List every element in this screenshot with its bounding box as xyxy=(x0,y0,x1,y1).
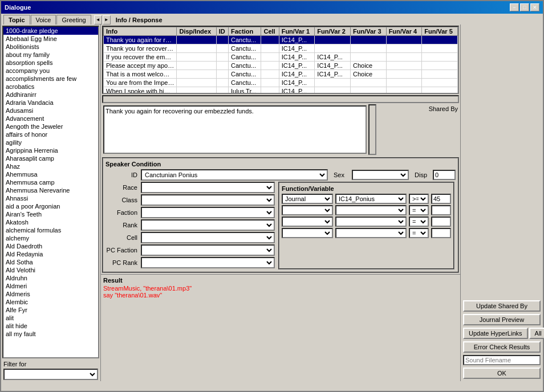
topic-item[interactable]: Ald Redaynia xyxy=(3,250,98,258)
topic-item[interactable]: all my fault xyxy=(3,330,98,338)
topic-list[interactable]: 1000-drake pledgeAbebaal Egg MineAboliti… xyxy=(2,26,99,358)
update-shared-by-button[interactable]: Update Shared By xyxy=(463,300,541,312)
topic-item[interactable]: Ahaz xyxy=(3,162,98,170)
fv-type-select-4[interactable] xyxy=(282,228,333,238)
maximize-button[interactable]: □ xyxy=(520,3,529,11)
topic-item[interactable]: Abolitionists xyxy=(3,43,98,51)
fv-op-select-1[interactable]: >= xyxy=(409,194,429,204)
topic-item[interactable]: Ahemmusa Nerevarine xyxy=(3,186,98,194)
topic-item[interactable]: Alembic xyxy=(3,298,98,306)
close-button[interactable]: ✕ xyxy=(530,3,539,11)
sc-sex-select[interactable] xyxy=(352,170,409,180)
topic-item[interactable]: Ahnassi xyxy=(3,194,98,202)
topic-item[interactable]: Ahemmusa xyxy=(3,170,98,178)
tab-voice[interactable]: Voice xyxy=(31,15,56,24)
topic-item[interactable]: Ahemmusa camp xyxy=(3,178,98,186)
fv-name-select-3[interactable] xyxy=(335,217,407,227)
topic-item[interactable]: Ald Sotha xyxy=(3,258,98,266)
topic-item[interactable]: alit hide xyxy=(3,322,98,330)
minimize-button[interactable]: − xyxy=(510,3,519,11)
topic-item[interactable]: agility xyxy=(3,138,98,146)
all-button[interactable]: All xyxy=(529,328,544,339)
tab-arrow-left[interactable]: ◄ xyxy=(94,15,102,24)
topic-item[interactable]: about my family xyxy=(3,51,98,59)
table-cell xyxy=(315,79,351,87)
table-cell xyxy=(216,62,228,70)
ok-button[interactable]: OK xyxy=(463,368,541,379)
topic-item[interactable]: 1000-drake pledge xyxy=(3,27,98,35)
sound-filename-input[interactable] xyxy=(463,355,541,365)
fv-name-select-4[interactable] xyxy=(335,228,407,238)
table-cell xyxy=(216,70,228,79)
right-buttons-panel: Update Shared By Journal Preview Update … xyxy=(460,24,543,381)
topic-item[interactable]: Ald Daedroth xyxy=(3,242,98,250)
table-cell: IC14_P... xyxy=(315,53,351,62)
topic-item[interactable]: Adusamsi xyxy=(3,107,98,115)
topic-item[interactable]: Advancement xyxy=(3,115,98,122)
sc-pc-rank-select[interactable] xyxy=(141,257,275,268)
sc-cell-select[interactable] xyxy=(141,232,275,243)
topic-item[interactable]: Alfe Fyr xyxy=(3,306,98,314)
topic-item[interactable]: Aldruhn xyxy=(3,274,98,282)
fv-type-select-3[interactable] xyxy=(282,217,333,227)
update-hyperlinks-button[interactable]: Update HyperLinks xyxy=(463,328,528,339)
table-row[interactable]: That is a most welcome offer. Our clerk.… xyxy=(104,70,458,79)
fv-name-select-2[interactable] xyxy=(335,205,407,215)
topic-item[interactable]: Agrippina Herrenia xyxy=(3,146,98,154)
fv-value-input-2[interactable] xyxy=(431,205,451,215)
tab-topic[interactable]: Topic xyxy=(3,15,30,24)
sc-class-select[interactable] xyxy=(141,194,275,206)
topic-item[interactable]: Aldmeris xyxy=(3,290,98,298)
result-line2: say "therana\01.wav" xyxy=(103,292,458,299)
journal-preview-button[interactable]: Journal Preview xyxy=(463,314,541,325)
topic-item[interactable]: accompany you xyxy=(3,67,98,75)
tab-greeting[interactable]: Greeting xyxy=(56,15,91,24)
topic-item[interactable]: Addhiranirr xyxy=(3,91,98,99)
topic-item[interactable]: Aharasaplit camp xyxy=(3,154,98,162)
fv-value-input-1[interactable] xyxy=(431,194,451,204)
sc-id-select[interactable]: Canctunian Ponius xyxy=(141,169,328,181)
fv-name-select-1[interactable]: IC14_Ponius xyxy=(335,194,407,204)
response-vscroll[interactable] xyxy=(368,104,376,155)
topic-item[interactable]: alit xyxy=(3,314,98,322)
topic-item[interactable]: accomplishments are few xyxy=(3,75,98,83)
sc-disp-input[interactable] xyxy=(433,170,456,180)
topic-item[interactable]: Aldmeri xyxy=(3,282,98,290)
sc-faction-select[interactable] xyxy=(141,207,275,218)
fv-value-input-4[interactable] xyxy=(431,228,451,238)
table-row[interactable]: Thank you for recovering our embezzle...… xyxy=(104,44,458,53)
tab-arrow-right[interactable]: ► xyxy=(103,15,111,24)
table-row[interactable]: Thank you again for recovering our em...… xyxy=(104,36,458,44)
fv-op-select-4[interactable]: = xyxy=(409,228,429,238)
fv-op-select-2[interactable]: = xyxy=(409,205,429,215)
table-row[interactable]: If you recover the embezzled funds fro..… xyxy=(104,53,458,62)
topic-item[interactable]: alchemy xyxy=(3,234,98,242)
filter-select[interactable] xyxy=(3,369,98,380)
topic-item[interactable]: acrobatics xyxy=(3,83,98,91)
center-panel: InfoDisp/IndexIDFactionCellFun/Var 1Fun/… xyxy=(101,24,460,381)
error-check-results-button[interactable]: Error Check Results xyxy=(463,341,541,353)
topic-item[interactable]: aid a poor Argonian xyxy=(3,202,98,210)
response-text-area[interactable]: Thank you again for recovering our embez… xyxy=(103,105,367,154)
sc-race-select[interactable] xyxy=(141,182,275,193)
fv-type-select-1[interactable]: Journal xyxy=(282,194,333,204)
topic-item[interactable]: Akatosh xyxy=(3,218,98,226)
fv-type-select-2[interactable] xyxy=(282,205,333,215)
topic-item[interactable]: absorption spells xyxy=(3,59,98,67)
table-row[interactable]: You are from the Imperial cult, then? I'… xyxy=(104,79,458,87)
fv-op-select-3[interactable]: = xyxy=(409,217,429,227)
table-row[interactable]: Please accept my apologies. I wish thin.… xyxy=(104,62,458,70)
topic-item[interactable]: Aengoth the Jeweler xyxy=(3,122,98,130)
topic-item[interactable]: Abebaal Egg Mine xyxy=(3,35,98,43)
topic-item[interactable]: affairs of honor xyxy=(3,130,98,138)
sc-rank-select[interactable] xyxy=(141,219,275,231)
topic-item[interactable]: alchemical formulas xyxy=(3,226,98,234)
topic-item[interactable]: Airan's Teeth xyxy=(3,210,98,218)
info-table-container[interactable]: InfoDisp/IndexIDFactionCellFun/Var 1Fun/… xyxy=(102,26,459,94)
table-row[interactable]: When I spoke with him some time ago, ...… xyxy=(104,87,458,95)
topic-item[interactable]: Ald Velothi xyxy=(3,266,98,274)
topic-item[interactable]: Adraria Vandacia xyxy=(3,99,98,107)
fv-value-input-3[interactable] xyxy=(431,217,451,227)
horizontal-scrollbar[interactable] xyxy=(102,95,459,103)
sc-pc-faction-select[interactable] xyxy=(141,244,275,256)
